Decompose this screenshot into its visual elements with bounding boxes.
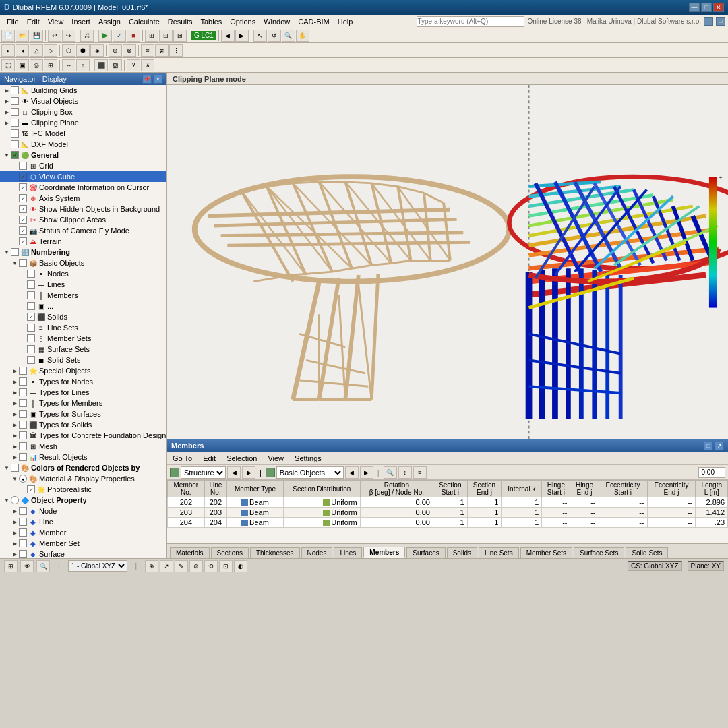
expand-grid[interactable] <box>11 162 19 170</box>
tree-surface-sets[interactable]: ▦ Surface Sets <box>0 344 166 355</box>
expand-axis-system[interactable] <box>11 194 19 202</box>
bottom-settings[interactable]: Settings <box>292 453 324 464</box>
expand-object-property[interactable]: ▼ <box>3 496 11 504</box>
rotate-btn[interactable]: ↺ <box>268 30 281 42</box>
expand-colors-rendered[interactable]: ▼ <box>3 464 11 472</box>
menu-view[interactable]: View <box>44 16 68 27</box>
objects-prev-btn[interactable]: ◀ <box>345 466 359 479</box>
st-btn-4[interactable]: ⊚ <box>189 560 203 572</box>
expand-general[interactable]: ▼ <box>3 151 11 159</box>
tab-solid-sets[interactable]: Solid Sets <box>626 547 668 558</box>
menu-results[interactable]: Results <box>164 16 197 27</box>
status-btn-3[interactable]: 🔍 <box>36 560 50 572</box>
tree-nodes[interactable]: • Nodes <box>0 268 166 279</box>
status-btn-1[interactable]: ⊞ <box>4 560 18 572</box>
menu-edit[interactable]: Edit <box>23 16 44 27</box>
expand-show-clipped[interactable] <box>11 216 19 224</box>
structure-filter[interactable]: Structure <box>181 466 226 479</box>
table-group-btn[interactable]: ≡ <box>413 466 427 479</box>
tree-member-set[interactable]: ▶ ◆ Member Set <box>0 538 166 549</box>
tab-nodes[interactable]: Nodes <box>301 547 333 558</box>
cb-types-solids[interactable] <box>19 421 27 429</box>
radio-material-display[interactable]: ● <box>19 475 27 483</box>
expand-types-concrete[interactable]: ▶ <box>11 431 19 439</box>
tb3-6[interactable]: ↕ <box>76 59 90 71</box>
search-input[interactable] <box>417 16 524 27</box>
expand-types-lines[interactable]: ▶ <box>11 388 19 396</box>
cb-surface-sets[interactable] <box>27 345 35 353</box>
expand-types-solids[interactable]: ▶ <box>11 421 19 429</box>
tb3-4[interactable]: ⊞ <box>44 59 57 71</box>
tree-surfaces[interactable]: ▣ ... <box>0 301 166 311</box>
cb-surfaces[interactable] <box>27 302 35 310</box>
tb2-9[interactable]: ⊗ <box>123 44 136 57</box>
expand-surface-sets[interactable] <box>19 345 27 353</box>
tb2-5[interactable]: ⬡ <box>62 44 75 57</box>
expand-member-set[interactable]: ▶ <box>11 539 19 547</box>
print-btn[interactable]: 🖨 <box>80 30 94 42</box>
cb-show-hidden[interactable]: ✓ <box>19 205 27 213</box>
st-btn-3[interactable]: ✎ <box>175 560 188 572</box>
cb-lines[interactable] <box>27 280 35 289</box>
cb-nodes[interactable] <box>27 270 35 278</box>
cb-types-nodes[interactable] <box>19 377 27 386</box>
tree-node[interactable]: ▶ ◆ Node <box>0 506 166 516</box>
bottom-goto[interactable]: Go To <box>170 453 195 464</box>
expand-numbering[interactable]: ▼ <box>3 248 11 256</box>
cb-ifc-model[interactable] <box>11 129 19 138</box>
table-row[interactable]: 204 204 Beam Uniform 0.00 1 1 1 <box>168 518 728 528</box>
tree-camera-fly[interactable]: ✓ 📷 Status of Camera Fly Mode <box>0 225 166 236</box>
tree-types-surfaces[interactable]: ▶ ▣ Types for Surfaces <box>0 408 166 419</box>
expand-solid-sets[interactable] <box>19 356 27 364</box>
view-btn-2[interactable]: ⊟ <box>159 30 173 42</box>
nav-next[interactable]: ▶ <box>235 30 249 42</box>
expand-surface[interactable]: ▶ <box>11 550 19 558</box>
tree-terrain[interactable]: ✓ ⛰ Terrain <box>0 236 166 247</box>
expand-types-surfaces[interactable]: ▶ <box>11 410 19 418</box>
tb2-3[interactable]: △ <box>30 44 43 57</box>
tb3-8[interactable]: ▨ <box>109 59 122 71</box>
view-btn-3[interactable]: ⊠ <box>173 30 187 42</box>
pointer-btn[interactable]: ↖ <box>253 30 267 42</box>
expand-mesh[interactable]: ▶ <box>11 442 19 450</box>
tb2-2[interactable]: ◂ <box>16 44 29 57</box>
tree-grid[interactable]: ⊞ Grid <box>0 160 166 171</box>
expand-node[interactable]: ▶ <box>11 507 19 515</box>
run-btn[interactable]: ▶ <box>98 30 112 42</box>
view-btn-1[interactable]: ⊞ <box>145 30 158 42</box>
menu-calculate[interactable]: Calculate <box>125 16 164 27</box>
bottom-restore-btn[interactable]: ↗ <box>715 442 724 450</box>
tree-visual-objects[interactable]: ▶ 👁 Visual Objects <box>0 96 166 107</box>
table-row[interactable]: 203 203 Beam Uniform 0.00 1 1 1 <box>168 508 728 518</box>
tb3-2[interactable]: ▣ <box>16 59 29 71</box>
menu-assign[interactable]: Assign <box>94 16 125 27</box>
objects-next-btn[interactable]: ▶ <box>360 466 373 479</box>
global-xyz-select[interactable]: 1 - Global XYZ <box>68 560 127 572</box>
expand-material-display[interactable]: ▼ <box>11 475 19 483</box>
tree-surface[interactable]: ▶ ◆ Surface <box>0 549 166 558</box>
tree-types-lines[interactable]: ▶ — Types for Lines <box>0 387 166 398</box>
cb-dxf-model[interactable] <box>11 140 19 148</box>
menu-file[interactable]: File <box>3 16 23 27</box>
tree-lines[interactable]: — Lines <box>0 279 166 290</box>
nav-close-btn[interactable]: ✕ <box>153 75 162 84</box>
expand-photorealistic[interactable] <box>19 485 27 493</box>
tab-materials[interactable]: Materials <box>170 547 210 558</box>
tree-object-property[interactable]: ▼ 🔷 Object Property <box>0 495 166 506</box>
menu-options[interactable]: Options <box>226 16 260 27</box>
st-btn-5[interactable]: ⟲ <box>204 560 218 572</box>
cb-clipping-box[interactable] <box>11 108 19 116</box>
expand-coord-info[interactable] <box>11 183 19 191</box>
menu-cadbim[interactable]: CAD-BIM <box>294 16 333 27</box>
redo-btn[interactable]: ↪ <box>62 30 75 42</box>
tree-dxf-model[interactable]: 📐 DXF Model <box>0 139 166 150</box>
undo-btn[interactable]: ↩ <box>48 30 61 42</box>
filter-prev-btn[interactable]: ◀ <box>227 466 241 479</box>
cb-clipping-plane[interactable] <box>11 119 19 127</box>
expand-types-members[interactable]: ▶ <box>11 399 19 407</box>
expand-special-objects[interactable]: ▶ <box>11 367 19 375</box>
expand-camera-fly[interactable] <box>11 226 19 235</box>
expand-building-grids[interactable]: ▶ <box>3 86 11 94</box>
menu-window[interactable]: Window <box>260 16 294 27</box>
tb2-6[interactable]: ⬢ <box>76 44 90 57</box>
